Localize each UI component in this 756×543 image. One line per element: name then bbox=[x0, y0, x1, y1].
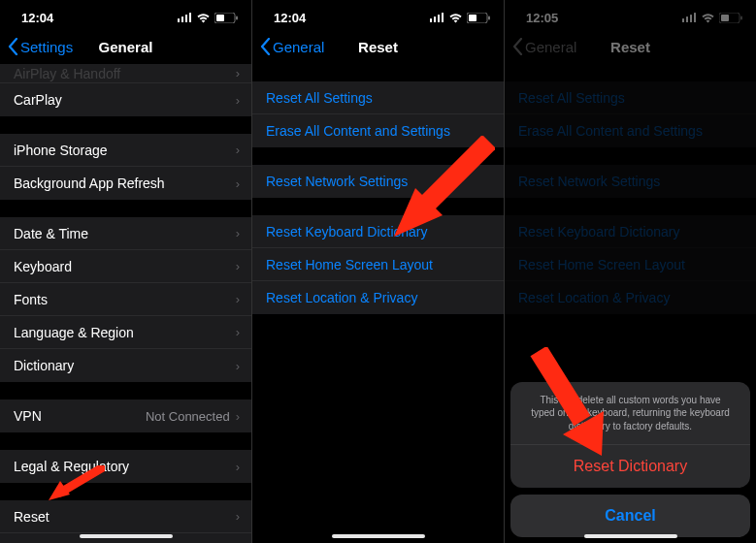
row-reset-home-screen[interactable]: Reset Home Screen Layout bbox=[252, 248, 504, 281]
row-iphone-storage[interactable]: iPhone Storage › bbox=[0, 134, 251, 167]
home-indicator bbox=[332, 534, 425, 538]
battery-icon bbox=[214, 13, 238, 23]
svg-rect-2 bbox=[185, 15, 187, 22]
row-label: Reset bbox=[14, 509, 49, 525]
battery-icon bbox=[467, 13, 490, 23]
row-reset-location-privacy[interactable]: Reset Location & Privacy bbox=[252, 281, 504, 314]
row-reset-network[interactable]: Reset Network Settings bbox=[252, 165, 504, 198]
row-label: Reset All Settings bbox=[266, 90, 373, 106]
row-label: Date & Time bbox=[14, 226, 88, 241]
svg-rect-1 bbox=[181, 16, 183, 22]
action-sheet-message: This will delete all custom words you ha… bbox=[510, 382, 750, 446]
chevron-right-icon: › bbox=[236, 259, 240, 273]
action-sheet-card: This will delete all custom words you ha… bbox=[510, 382, 750, 489]
chevron-right-icon: › bbox=[236, 143, 240, 157]
row-carplay[interactable]: CarPlay › bbox=[0, 83, 251, 116]
status-icons bbox=[178, 13, 238, 23]
back-label: Settings bbox=[20, 39, 73, 55]
reset-dictionary-button[interactable]: Reset Dictionary bbox=[510, 445, 750, 488]
row-label: AirPlay & Handoff bbox=[14, 66, 120, 81]
signal-icon bbox=[430, 13, 444, 22]
row-erase-all[interactable]: Erase All Content and Settings bbox=[252, 114, 504, 147]
row-label: CarPlay bbox=[14, 92, 62, 108]
row-date-time[interactable]: Date & Time › bbox=[0, 217, 251, 250]
chevron-right-icon: › bbox=[236, 292, 240, 306]
row-reset[interactable]: Reset › bbox=[0, 500, 251, 533]
wifi-icon bbox=[448, 13, 463, 23]
status-bar: 12:04 bbox=[252, 0, 504, 29]
svg-rect-0 bbox=[178, 18, 180, 22]
row-label: VPN bbox=[14, 408, 42, 424]
row-label: Reset Network Settings bbox=[266, 174, 408, 189]
svg-rect-10 bbox=[442, 13, 444, 22]
svg-rect-6 bbox=[216, 15, 224, 21]
row-label: Dictionary bbox=[14, 358, 74, 373]
row-label: Reset Home Screen Layout bbox=[266, 257, 433, 272]
row-vpn[interactable]: VPN Not Connected › bbox=[0, 399, 251, 432]
row-label: Legal & Regulatory bbox=[14, 459, 129, 474]
chevron-right-icon: › bbox=[236, 359, 240, 373]
screen-reset: 12:04 General Reset bbox=[252, 0, 504, 543]
status-bar: 12:04 bbox=[0, 0, 251, 29]
row-label: Erase All Content and Settings bbox=[266, 123, 450, 139]
cancel-button[interactable]: Cancel bbox=[510, 495, 750, 537]
row-keyboard[interactable]: Keyboard › bbox=[0, 250, 251, 283]
back-label: General bbox=[273, 39, 324, 55]
nav-bar: Settings General bbox=[0, 29, 251, 64]
home-indicator bbox=[584, 534, 677, 538]
row-label: Keyboard bbox=[14, 259, 72, 274]
back-button[interactable]: General bbox=[260, 38, 324, 55]
signal-icon bbox=[178, 13, 192, 22]
status-time: 12:04 bbox=[274, 11, 306, 25]
home-indicator bbox=[80, 534, 173, 538]
back-button[interactable]: Settings bbox=[8, 38, 73, 55]
svg-rect-9 bbox=[438, 15, 440, 22]
row-airplay[interactable]: AirPlay & Handoff › bbox=[0, 64, 251, 83]
row-label: Reset Location & Privacy bbox=[266, 290, 417, 305]
svg-rect-13 bbox=[469, 15, 477, 21]
nav-bar: General Reset bbox=[252, 29, 504, 64]
row-detail: Not Connected bbox=[146, 409, 230, 424]
chevron-right-icon: › bbox=[236, 460, 240, 474]
chevron-left-icon bbox=[8, 38, 18, 55]
row-legal[interactable]: Legal & Regulatory › bbox=[0, 450, 251, 483]
row-language-region[interactable]: Language & Region › bbox=[0, 316, 251, 349]
chevron-right-icon: › bbox=[236, 325, 240, 339]
row-label: Background App Refresh bbox=[14, 176, 165, 191]
row-reset-keyboard-dictionary[interactable]: Reset Keyboard Dictionary bbox=[252, 215, 504, 248]
svg-rect-5 bbox=[236, 16, 238, 19]
svg-rect-12 bbox=[488, 16, 490, 19]
row-background-app-refresh[interactable]: Background App Refresh › bbox=[0, 167, 251, 200]
settings-list[interactable]: AirPlay & Handoff › CarPlay › iPhone Sto… bbox=[0, 64, 251, 543]
reset-list[interactable]: Reset All Settings Erase All Content and… bbox=[252, 64, 504, 543]
row-label: Reset Keyboard Dictionary bbox=[266, 224, 428, 240]
chevron-right-icon: › bbox=[236, 409, 240, 424]
row-label: Fonts bbox=[14, 292, 48, 307]
chevron-left-icon bbox=[260, 38, 271, 55]
chevron-right-icon: › bbox=[236, 176, 240, 191]
svg-rect-3 bbox=[189, 13, 191, 22]
svg-rect-8 bbox=[434, 16, 436, 22]
status-icons bbox=[430, 13, 490, 23]
row-reset-all-settings[interactable]: Reset All Settings bbox=[252, 81, 504, 114]
chevron-right-icon: › bbox=[236, 509, 240, 524]
chevron-right-icon: › bbox=[236, 93, 240, 108]
action-sheet: This will delete all custom words you ha… bbox=[510, 382, 750, 538]
screen-reset-dialog: 12:05 General Reset bbox=[505, 0, 756, 543]
status-time: 12:04 bbox=[21, 11, 53, 25]
wifi-icon bbox=[196, 13, 211, 23]
row-fonts[interactable]: Fonts › bbox=[0, 283, 251, 316]
chevron-right-icon: › bbox=[236, 226, 240, 240]
row-label: Language & Region bbox=[14, 325, 134, 340]
svg-rect-7 bbox=[430, 18, 432, 22]
row-dictionary[interactable]: Dictionary › bbox=[0, 349, 251, 382]
row-label: iPhone Storage bbox=[14, 143, 108, 158]
chevron-right-icon: › bbox=[236, 66, 240, 80]
screen-general: 12:04 Settings General bbox=[0, 0, 251, 543]
